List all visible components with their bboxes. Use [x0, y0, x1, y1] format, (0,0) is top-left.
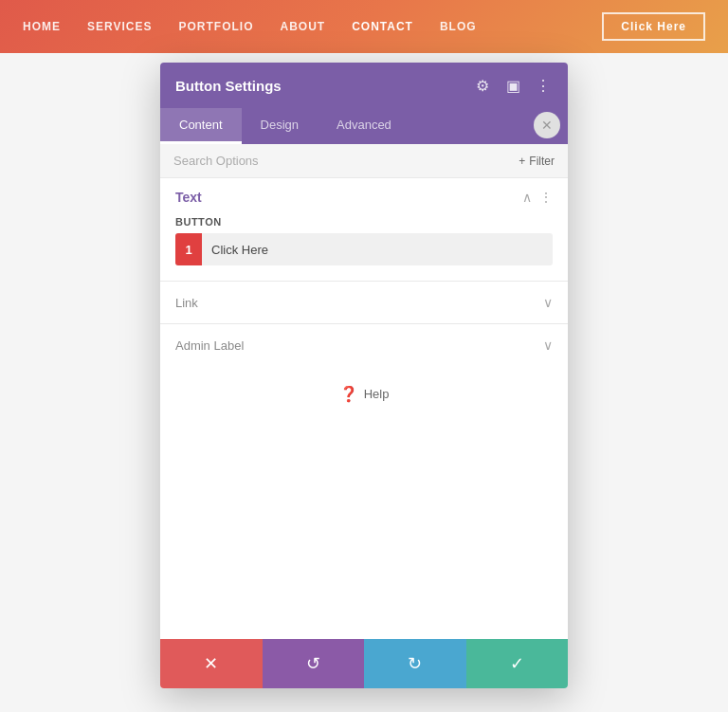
input-number-badge: 1: [175, 233, 202, 265]
button-field-group: Button 1: [160, 212, 568, 281]
redo-button[interactable]: ↻: [364, 639, 466, 688]
section-header-icons: ∧ ⋮: [522, 190, 553, 205]
cancel-button[interactable]: ✕: [160, 639, 263, 688]
layout-icon[interactable]: ▣: [503, 76, 522, 95]
link-label: Link: [175, 296, 198, 310]
page-background: Button Settings ⚙ ▣ ⋮ Content Design Adv…: [0, 53, 728, 712]
nav-blog[interactable]: BLOG: [440, 20, 477, 33]
modal-close-button[interactable]: ✕: [534, 112, 560, 138]
search-options-placeholder: Search Options: [173, 154, 259, 168]
nav-home[interactable]: HOME: [23, 20, 61, 33]
nav-about[interactable]: ABOUT: [280, 20, 325, 33]
tab-close-row: Content Design Advanced ✕: [160, 108, 568, 144]
undo-button[interactable]: ↺: [263, 639, 365, 688]
tab-content[interactable]: Content: [160, 108, 242, 144]
link-accordion[interactable]: Link ∨: [160, 281, 568, 323]
modal-header: Button Settings ⚙ ▣ ⋮: [160, 63, 568, 108]
help-row[interactable]: ❓ Help: [160, 366, 568, 422]
help-icon: ❓: [339, 385, 358, 403]
admin-label-accordion[interactable]: Admin Label ∨: [160, 323, 568, 366]
nav-cta-button[interactable]: Click Here: [602, 12, 705, 41]
search-bar: Search Options + Filter: [160, 144, 568, 178]
text-section-header: Text ∧ ⋮: [160, 178, 568, 212]
panel-content: Text ∧ ⋮ Button 1 Link ∨: [160, 178, 568, 639]
filter-button[interactable]: + Filter: [519, 155, 555, 168]
filter-label: Filter: [529, 155, 555, 168]
modal-header-icons: ⚙ ▣ ⋮: [473, 76, 553, 95]
tab-advanced[interactable]: Advanced: [318, 108, 410, 144]
text-section-title: Text: [175, 190, 202, 205]
navbar: HOME SERVICES PORTFOLIO ABOUT CONTACT BL…: [0, 0, 728, 53]
more-options-icon[interactable]: ⋮: [534, 76, 553, 95]
help-label: Help: [364, 387, 390, 401]
section-more-icon[interactable]: ⋮: [539, 190, 553, 205]
modal-title: Button Settings: [175, 78, 282, 94]
button-field-label: Button: [175, 216, 553, 228]
nav-contact[interactable]: CONTACT: [352, 20, 413, 33]
nav-links: HOME SERVICES PORTFOLIO ABOUT CONTACT BL…: [23, 20, 477, 33]
nav-portfolio[interactable]: PORTFOLIO: [178, 20, 253, 33]
filter-icon: +: [519, 155, 525, 168]
modal-footer: ✕ ↺ ↻ ✓: [160, 639, 568, 688]
admin-label-chevron-icon: ∨: [543, 338, 553, 353]
nav-services[interactable]: SERVICES: [87, 20, 152, 33]
collapse-icon[interactable]: ∧: [522, 190, 532, 205]
admin-label-text: Admin Label: [175, 338, 244, 353]
save-button[interactable]: ✓: [466, 639, 569, 688]
button-settings-panel: Button Settings ⚙ ▣ ⋮ Content Design Adv…: [160, 63, 568, 688]
settings-icon[interactable]: ⚙: [473, 76, 492, 95]
button-text-input[interactable]: [202, 235, 553, 265]
button-text-input-row: 1: [175, 233, 553, 265]
link-chevron-icon: ∨: [543, 295, 553, 310]
tab-design[interactable]: Design: [242, 108, 318, 144]
